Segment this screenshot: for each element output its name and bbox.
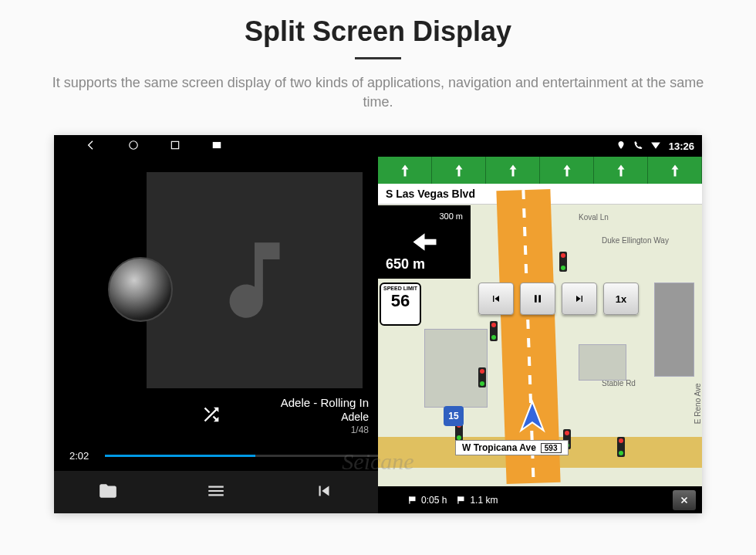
status-bar: 13:26 bbox=[54, 135, 702, 157]
wifi-icon bbox=[650, 140, 661, 153]
lane-arrow-icon bbox=[486, 157, 540, 184]
track-count: 1/48 bbox=[281, 425, 369, 435]
media-pause-button[interactable] bbox=[520, 283, 555, 315]
media-prev-button[interactable] bbox=[478, 283, 514, 315]
title-underline bbox=[355, 57, 401, 59]
playlist-icon[interactable] bbox=[206, 481, 226, 504]
lane-arrow-icon bbox=[432, 157, 486, 184]
traffic-light-icon bbox=[559, 252, 567, 272]
media-speed-button[interactable]: 1x bbox=[603, 283, 639, 315]
distance-small: 300 m bbox=[439, 212, 463, 221]
track-title: Adele - Rolling In bbox=[281, 396, 369, 409]
lane-arrow-icon bbox=[540, 157, 594, 184]
eta-distance: 1.1 km bbox=[456, 495, 498, 506]
building bbox=[654, 283, 694, 377]
close-button[interactable] bbox=[673, 490, 696, 510]
street-badge: 593 bbox=[541, 443, 562, 453]
road-label: Koval Ln bbox=[579, 213, 609, 222]
svg-rect-2 bbox=[213, 142, 221, 148]
flag-icon bbox=[456, 495, 467, 506]
close-icon bbox=[679, 495, 690, 506]
lane-arrow-icon bbox=[378, 157, 432, 184]
device-screenshot: 13:26 Adele - Rolling In Adele 1/48 2:02 bbox=[54, 135, 702, 513]
nav-bottom-bar: 0:05 h 1.1 km bbox=[378, 486, 702, 513]
clock-label: 13:26 bbox=[669, 140, 694, 152]
music-bottom-bar bbox=[54, 471, 378, 513]
svg-rect-6 bbox=[458, 496, 459, 503]
track-artist: Adele bbox=[281, 411, 369, 423]
street-name-bottom-label: W Tropicana Ave bbox=[462, 442, 536, 453]
road-label: E Reno Ave bbox=[694, 384, 703, 425]
highway-shield: 15 bbox=[444, 406, 464, 426]
joystick-control[interactable] bbox=[108, 257, 173, 322]
traffic-light-icon bbox=[490, 321, 498, 341]
svg-rect-4 bbox=[409, 496, 410, 503]
distance-large: 650 m bbox=[386, 256, 425, 272]
turn-left-icon bbox=[407, 225, 442, 259]
progress-fill bbox=[105, 455, 255, 457]
road-label: Duke Ellington Way bbox=[602, 236, 669, 245]
navigation-panel: S Las Vegas Blvd Koval Ln Duke Ellington… bbox=[378, 157, 702, 513]
phone-icon bbox=[633, 140, 643, 152]
page-subtitle: It supports the same screen display of t… bbox=[39, 73, 717, 112]
previous-icon[interactable] bbox=[314, 481, 334, 504]
recent-icon[interactable] bbox=[170, 140, 181, 153]
elapsed-time: 2:02 bbox=[69, 450, 97, 462]
media-next-button[interactable] bbox=[562, 283, 597, 315]
location-icon bbox=[616, 140, 626, 152]
speed-limit-label: SPEED LIMIT bbox=[381, 284, 420, 291]
turn-instruction: 300 m 650 m bbox=[378, 205, 471, 279]
shuffle-icon[interactable] bbox=[201, 404, 222, 428]
lane-guidance bbox=[378, 157, 702, 184]
back-icon[interactable] bbox=[85, 139, 97, 154]
eta-distance-value: 1.1 km bbox=[470, 495, 498, 506]
page-title: Split Screen Display bbox=[0, 15, 756, 48]
music-panel: Adele - Rolling In Adele 1/48 2:02 bbox=[54, 157, 378, 513]
lane-arrow-icon bbox=[594, 157, 648, 184]
flag-icon bbox=[407, 495, 418, 506]
building bbox=[579, 344, 626, 381]
image-icon[interactable] bbox=[211, 140, 222, 153]
map-area[interactable]: Koval Ln Duke Ellington Way Vegas Blvd L… bbox=[378, 205, 702, 486]
folder-icon[interactable] bbox=[98, 481, 118, 504]
eta-time: 0:05 h bbox=[407, 495, 447, 506]
svg-rect-3 bbox=[409, 496, 415, 501]
music-note-icon bbox=[204, 230, 305, 330]
home-icon[interactable] bbox=[128, 140, 139, 153]
album-art bbox=[147, 172, 363, 388]
street-name-bottom: W Tropicana Ave 593 bbox=[455, 440, 569, 455]
eta-time-value: 0:05 h bbox=[421, 495, 447, 506]
menu-icon[interactable] bbox=[384, 492, 398, 508]
svg-rect-1 bbox=[171, 141, 178, 148]
svg-rect-5 bbox=[458, 496, 464, 501]
speed-limit-sign: SPEED LIMIT 56 bbox=[380, 283, 421, 326]
svg-point-0 bbox=[130, 141, 138, 150]
traffic-light-icon bbox=[617, 437, 625, 457]
media-controls: 1x bbox=[478, 283, 639, 315]
position-arrow-icon bbox=[513, 398, 552, 440]
speed-limit-value: 56 bbox=[381, 291, 420, 311]
progress-bar[interactable] bbox=[105, 455, 378, 457]
traffic-light-icon bbox=[478, 367, 486, 387]
lane-arrow-icon bbox=[648, 157, 702, 184]
